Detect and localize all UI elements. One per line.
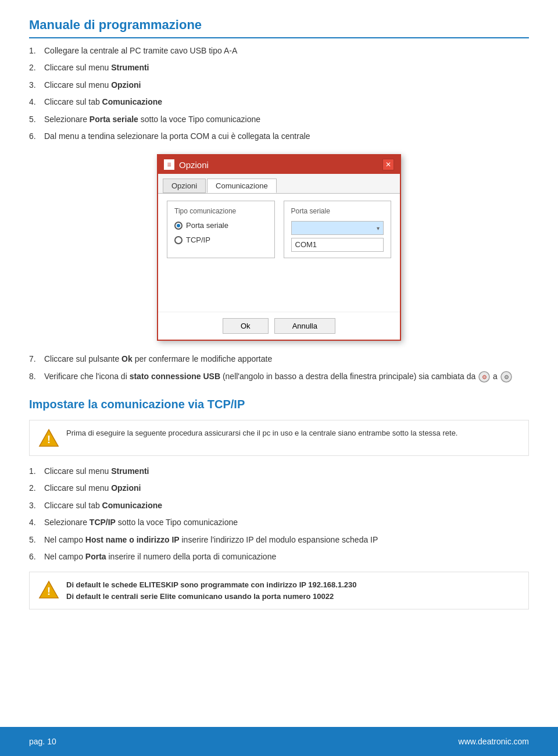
dialog-buttons: Ok Annulla [158,312,400,340]
section1-list: 1. Collegare la centrale al PC tramite c… [29,44,529,142]
step-text: Cliccare sul tab Comunicazione [44,499,162,512]
list-item: 6. Dal menu a tendina selezionare la por… [29,130,529,142]
step-text: Selezionare TCP/IP sotto la voce Tipo co… [44,516,238,529]
dialog-close-button[interactable]: ✕ [382,159,394,170]
list-item-8: 8. Verificare che l'icona di stato conne… [29,370,529,383]
step-num: 3. [29,499,40,512]
list-item: 6. Nel campo Porta inserire il numero de… [29,550,529,563]
dialog-titlebar-left: ≡ Opzioni [164,159,209,170]
list-item: 4. Cliccare sul tab Comunicazione [29,95,529,108]
page-title: Manuale di programmazione [29,17,529,38]
warning-icon-1: ! [38,427,59,448]
warning-icon-2: ! [38,579,59,600]
list-item: 4. Selezionare TCP/IP sotto la voce Tipo… [29,516,529,529]
footer-url: www.deatronic.com [459,737,529,746]
step-num: 6. [29,130,40,142]
ok-button[interactable]: Ok [223,318,269,334]
section2-heading: Impostare la comunicazione via TCP/IP [29,398,529,411]
dialog-window: ≡ Opzioni ✕ Opzioni Comunicazione [157,154,401,341]
step-text: Cliccare sul menu Opzioni [44,482,141,494]
step-num: 5. [29,113,40,126]
dropdown-arrow-icon: ▾ [377,225,380,231]
porta-seriale-section: Porta seriale ▾ COM1 [284,201,392,258]
radio-label-porta-seriale: Porta seriale [186,221,228,230]
dialog-titlebar: ≡ Opzioni ✕ [158,155,400,174]
dialog-sections: Tipo comunicazione Porta seriale TCP/IP [167,201,391,258]
radio-circle-empty [174,236,183,244]
porta-seriale-label: Porta seriale [291,207,384,215]
step-text: Cliccare sul tab Comunicazione [44,95,162,108]
porta-seriale-text[interactable]: COM1 [291,238,384,252]
warning-box-2: ! Di default le schede ELITESKIP sono pr… [29,572,529,609]
step-text: Selezionare Porta seriale sotto la voce … [44,113,260,126]
dialog-tabs: Opzioni Comunicazione [158,174,400,193]
radio-label-tcpip: TCP/IP [186,236,210,244]
usb-icon-before: ⚙ [478,370,491,383]
step-num: 2. [29,61,40,74]
step-num: 3. [29,79,40,91]
list-item-7: 7. Cliccare sul pulsante Ok per conferma… [29,352,529,365]
footer-page: pag. 10 [29,737,56,746]
tipo-comunicazione-label: Tipo comunicazione [174,207,267,215]
step-num: 6. [29,550,40,563]
list-item: 1. Collegare la centrale al PC tramite c… [29,44,529,57]
list-item: 3. Cliccare sul tab Comunicazione [29,499,529,512]
step-text: Cliccare sul menu Opzioni [44,79,141,91]
svg-text:!: ! [47,586,51,597]
step-num: 4. [29,516,40,529]
warning-text-2: Di default le schede ELITESKIP sono prog… [66,579,356,602]
radio-tcpip[interactable]: TCP/IP [174,236,267,244]
step-text-7: Cliccare sul pulsante Ok per confermare … [44,352,272,365]
list-item: 2. Cliccare sul menu Strumenti [29,61,529,74]
step-text: Nel campo Host name o indirizzo IP inser… [44,533,378,546]
dialog-body: Tipo comunicazione Porta seriale TCP/IP [158,193,400,312]
tab-opzioni[interactable]: Opzioni [163,179,206,193]
list-item: 3. Cliccare sul menu Opzioni [29,79,529,91]
radio-group: Porta seriale TCP/IP [174,221,267,244]
step-text-8: Verificare che l'icona di stato connessi… [44,370,513,383]
porta-seriale-dropdown[interactable]: ▾ [291,221,384,235]
list-item: 1. Cliccare sul menu Strumenti [29,465,529,477]
list-item: 2. Cliccare sul menu Opzioni [29,482,529,494]
radio-circle-selected [174,222,183,230]
step-text: Cliccare sul menu Strumenti [44,465,149,477]
tab-comunicazione[interactable]: Comunicazione [207,179,277,193]
list-item: 5. Selezionare Porta seriale sotto la vo… [29,113,529,126]
step-text: Nel campo Porta inserire il numero della… [44,550,276,563]
dialog-menu-icon: ≡ [164,159,174,170]
tipo-comunicazione-section: Tipo comunicazione Porta seriale TCP/IP [167,201,275,258]
dialog-title: Opzioni [179,160,209,170]
svg-text:⚙: ⚙ [503,374,509,380]
step-text: Cliccare sul menu Strumenti [44,61,149,74]
step-num-8: 8. [29,370,40,383]
section2-list: 1. Cliccare sul menu Strumenti 2. Clicca… [29,465,529,563]
dialog-spacer [167,258,391,305]
warning-box-1: ! Prima di eseguire la seguente procedur… [29,420,529,456]
footer: pag. 10 www.deatronic.com [0,727,558,756]
radio-porta-seriale[interactable]: Porta seriale [174,221,267,230]
step-num: 5. [29,533,40,546]
step-num-7: 7. [29,352,40,365]
dialog-container: ≡ Opzioni ✕ Opzioni Comunicazione [29,154,529,341]
step-num: 1. [29,44,40,57]
svg-text:⚙: ⚙ [482,374,487,380]
svg-text:!: ! [47,434,51,445]
step-num: 4. [29,95,40,108]
step-text: Collegare la centrale al PC tramite cavo… [44,44,237,57]
step-text: Dal menu a tendina selezionare la porta … [44,130,310,142]
usb-icon-after: ⚙ [500,370,513,383]
step7-list: 7. Cliccare sul pulsante Ok per conferma… [29,352,529,383]
page-container: Manuale di programmazione 1. Collegare l… [0,0,558,665]
step-num: 2. [29,482,40,494]
annulla-button[interactable]: Annulla [274,318,335,334]
list-item: 5. Nel campo Host name o indirizzo IP in… [29,533,529,546]
warning-text-1: Prima di eseguire la seguente procedura … [66,427,457,439]
step-num: 1. [29,465,40,477]
